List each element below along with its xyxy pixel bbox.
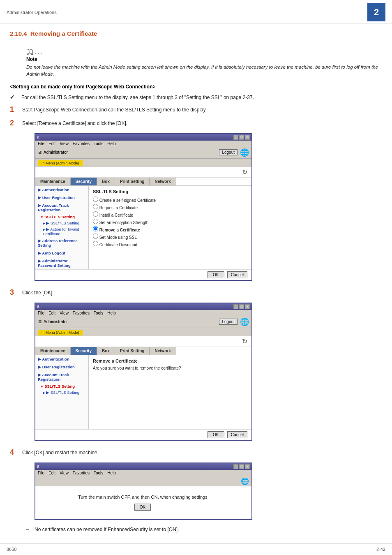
sidebar-action-invalid[interactable]: ▶ Action for Invalid Certificate	[35, 226, 88, 237]
step-3-number: 3	[10, 288, 22, 297]
menu-tools[interactable]: Tools	[94, 141, 103, 146]
sidebar-ssl-tls-setting-2[interactable]: SSL/TLS Setting	[35, 383, 88, 389]
breadcrumb: Administrator Operations	[7, 10, 57, 15]
tab-maintenance-2[interactable]: Maintenance	[35, 347, 71, 355]
check-item: ✔ For call the SSL/TLS Setting menu to t…	[10, 94, 382, 101]
tab-print-setting-2[interactable]: Print Setting	[115, 347, 150, 355]
cancel-button-2[interactable]: Cancel	[227, 431, 247, 438]
admin-mode-bar-2: In Menu (Admin Mode)	[35, 328, 251, 336]
menu-tools-2[interactable]: Tools	[94, 311, 103, 315]
menu-favorites[interactable]: Favorites	[73, 141, 90, 146]
tab-security-2[interactable]: Security	[71, 347, 97, 355]
section-header: 2.10.4 Removing a Certificate	[10, 30, 382, 42]
admin-area-1: 🖥 Administrator	[38, 150, 68, 155]
admin-icon-2: 🖥	[38, 319, 42, 324]
check-link[interactable]: "Setting the SSL" on page 2-37	[184, 95, 253, 100]
tab-box[interactable]: Box	[97, 178, 115, 185]
logout-button-1[interactable]: Logout	[219, 149, 238, 155]
left-sidebar-1: ▶ Authentication ▶ User Registration ▶ A…	[35, 186, 89, 269]
ok-button-2[interactable]: OK	[208, 431, 224, 438]
tab-network[interactable]: Network	[150, 178, 176, 185]
browser-close-btn[interactable]: ✕	[245, 135, 250, 140]
menu-help-3[interactable]: Help	[107, 471, 116, 475]
menu-favorites-2[interactable]: Favorites	[73, 311, 90, 315]
browser-minimize-btn-2[interactable]: _	[233, 304, 238, 309]
admin-mode-badge-1: In Menu (Admin Mode)	[38, 160, 83, 166]
menu-edit-3[interactable]: Edit	[48, 471, 55, 475]
browser-controls-1: _ □ ✕	[233, 135, 250, 140]
ok-button-1[interactable]: OK	[208, 271, 224, 278]
ok-button-3[interactable]: OK	[134, 504, 151, 511]
radio-set-encryption[interactable]: Set an Encryption Strength	[93, 219, 247, 225]
sidebar-ssl-tls-sub-2[interactable]: ▶ SSL/TLS Setting	[35, 389, 88, 395]
browser-menubar-2: File Edit View Favorites Tools Help	[35, 310, 251, 316]
menu-file-2[interactable]: File	[38, 311, 44, 315]
refresh-icon-2[interactable]: ↻	[242, 338, 247, 345]
browser-restore-btn-3[interactable]: □	[239, 464, 244, 469]
step-1-text: Start PageScope Web Connection and call …	[22, 106, 382, 113]
radio-create-cert[interactable]: Create a self-signed Certificate	[93, 197, 247, 203]
menu-view-3[interactable]: View	[60, 471, 69, 475]
footer-right: 2-42	[376, 547, 385, 552]
sidebar-authentication-2[interactable]: ▶ Authentication	[35, 355, 88, 363]
check-text: For call the SSL/TLS Setting menu to the…	[21, 94, 254, 101]
menu-help[interactable]: Help	[107, 141, 116, 146]
content-title-1: SSL-TLS Setting	[93, 189, 247, 194]
tab-network-2[interactable]: Network	[150, 347, 176, 355]
cancel-button-1[interactable]: Cancel	[227, 271, 247, 278]
browser-title-1: a	[37, 135, 39, 139]
tab-maintenance[interactable]: Maintenance	[35, 178, 71, 185]
sidebar-ssl-tls-setting[interactable]: SSL/TLS Setting	[35, 214, 88, 220]
admin-mode-badge-2: In Menu (Admin Mode)	[38, 329, 83, 336]
menu-edit[interactable]: Edit	[48, 141, 55, 146]
sidebar-user-registration[interactable]: ▶ User Registration	[35, 194, 88, 201]
menu-file-3[interactable]: File	[38, 471, 44, 475]
radio-remove-cert[interactable]: Remove a Certificate	[93, 226, 247, 232]
right-content-1: SSL-TLS Setting Create a self-signed Cer…	[89, 186, 251, 269]
radio-request-cert[interactable]: Request a Certificate	[93, 204, 247, 210]
radio-install-cert[interactable]: Install a Certificate	[93, 211, 247, 217]
refresh-icon[interactable]: ↻	[242, 169, 247, 176]
sidebar-account-track-2[interactable]: ▶ Account Track Registration	[35, 371, 88, 383]
sidebar-ssl-tls-sub[interactable]: ▶ SSL/TLS Setting	[35, 220, 88, 226]
admin-label-2: Administrator	[44, 319, 68, 324]
browser-restore-btn[interactable]: □	[239, 135, 244, 140]
menu-help-2[interactable]: Help	[107, 311, 116, 315]
browser-menubar-3: File Edit View Favorites Tools Help	[35, 470, 251, 476]
menu-favorites-3[interactable]: Favorites	[73, 471, 90, 475]
sidebar-user-registration-2[interactable]: ▶ User Registration	[35, 363, 88, 371]
browser-icon-3: 🌐	[241, 478, 249, 485]
browser-minimize-btn-3[interactable]: _	[233, 464, 238, 469]
browser-titlebar-1: a _ □ ✕	[35, 134, 251, 141]
sidebar-auto-logout[interactable]: ▶ Auto Logout	[35, 249, 88, 257]
tab-print-setting[interactable]: Print Setting	[115, 178, 150, 185]
menu-view[interactable]: View	[60, 141, 69, 146]
bullet-dash: –	[26, 527, 35, 532]
radio-set-mode-ssl[interactable]: Set Mode using SSL	[93, 234, 247, 240]
menu-view-2[interactable]: View	[60, 311, 69, 315]
note-icon: 🕮...	[26, 48, 382, 56]
sidebar-account-track[interactable]: ▶ Account Track Registration	[35, 201, 88, 214]
logout-button-2[interactable]: Logout	[219, 319, 238, 325]
browser-controls-2: _ □ ✕	[233, 304, 250, 309]
step-2-number: 2	[10, 119, 22, 127]
browser-body-3: Turn the main switch OFF, and then ON, w…	[35, 486, 251, 519]
step-3-text: Click the [OK].	[22, 289, 382, 296]
sidebar-authentication[interactable]: ▶ Authentication	[35, 186, 88, 194]
tab-box-2[interactable]: Box	[97, 347, 115, 355]
sidebar-admin-password[interactable]: ▶ Administrator Password Setting	[35, 257, 88, 269]
browser-minimize-btn[interactable]: _	[233, 135, 238, 140]
browser-window-2: a _ □ ✕ File Edit View Favorites Tools H…	[35, 303, 252, 441]
radio-cert-download[interactable]: Certificate Download	[93, 241, 247, 247]
note-container: 🕮... Note Do not leave the machine with …	[26, 48, 382, 78]
menu-edit-2[interactable]: Edit	[48, 311, 55, 315]
admin-label-1: Administrator	[44, 150, 68, 155]
tab-security[interactable]: Security	[71, 178, 97, 185]
menu-file[interactable]: File	[38, 141, 44, 146]
browser-close-btn-3[interactable]: ✕	[245, 464, 250, 469]
sidebar-address-ref[interactable]: ▶ Address Reference Setting	[35, 237, 88, 249]
browser-close-btn-2[interactable]: ✕	[245, 304, 250, 309]
browser-menubar-1: File Edit View Favorites Tools Help	[35, 141, 251, 147]
browser-restore-btn-2[interactable]: □	[239, 304, 244, 309]
menu-tools-3[interactable]: Tools	[94, 471, 103, 475]
